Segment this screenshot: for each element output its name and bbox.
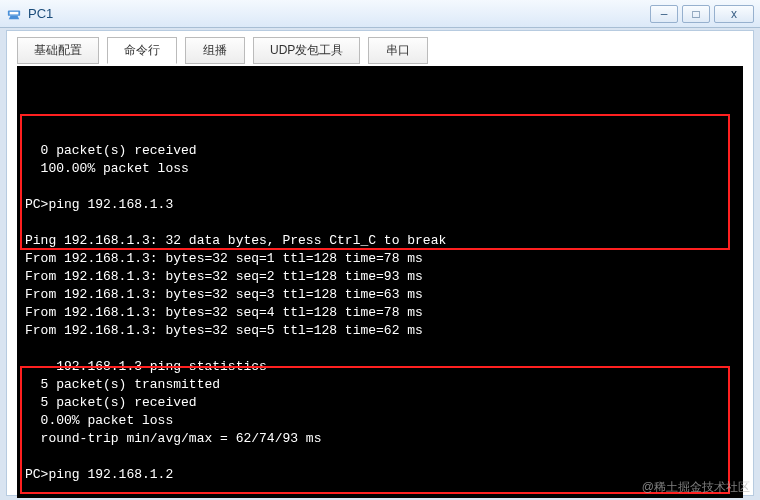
watermark: @稀土掘金技术社区 (642, 479, 750, 496)
terminal-line: 5 packet(s) received (25, 394, 735, 412)
content-area: 基础配置 命令行 组播 UDP发包工具 串口 0 packet(s) recei… (6, 30, 754, 496)
terminal-line: round-trip min/avg/max = 62/74/93 ms (25, 430, 735, 448)
terminal-output[interactable]: 0 packet(s) received 100.00% packet loss… (17, 66, 743, 498)
terminal-line: PC>ping 192.168.1.3 (25, 196, 735, 214)
terminal-line: PC>ping 192.168.1.2 (25, 466, 735, 484)
terminal-line (25, 214, 735, 232)
terminal-line: From 192.168.1.3: bytes=32 seq=1 ttl=128… (25, 250, 735, 268)
minimize-button[interactable]: – (650, 5, 678, 23)
window-titlebar: PC1 – □ x (0, 0, 760, 28)
tab-basic-config[interactable]: 基础配置 (17, 37, 99, 64)
terminal-line: 0 packet(s) received (25, 142, 735, 160)
terminal-line (25, 448, 735, 466)
tab-multicast[interactable]: 组播 (185, 37, 245, 64)
terminal-line (25, 178, 735, 196)
tab-serial[interactable]: 串口 (368, 37, 428, 64)
tab-udp-tool[interactable]: UDP发包工具 (253, 37, 360, 64)
terminal-line: From 192.168.1.3: bytes=32 seq=2 ttl=128… (25, 268, 735, 286)
window-buttons: – □ x (650, 5, 754, 23)
terminal-line (25, 340, 735, 358)
terminal-line: 5 packet(s) transmitted (25, 376, 735, 394)
app-icon (6, 6, 22, 22)
terminal-line: 0.00% packet loss (25, 412, 735, 430)
svg-rect-1 (10, 11, 19, 14)
tab-command-line[interactable]: 命令行 (107, 37, 177, 64)
window-title: PC1 (28, 6, 650, 21)
terminal-line: From 192.168.1.3: bytes=32 seq=4 ttl=128… (25, 304, 735, 322)
terminal-line (25, 484, 735, 498)
terminal-line: 100.00% packet loss (25, 160, 735, 178)
terminal-line: From 192.168.1.3: bytes=32 seq=3 ttl=128… (25, 286, 735, 304)
terminal-line: Ping 192.168.1.3: 32 data bytes, Press C… (25, 232, 735, 250)
tab-bar: 基础配置 命令行 组播 UDP发包工具 串口 (17, 37, 743, 64)
terminal-line: --- 192.168.1.3 ping statistics --- (25, 358, 735, 376)
close-button[interactable]: x (714, 5, 754, 23)
maximize-button[interactable]: □ (682, 5, 710, 23)
terminal-line: From 192.168.1.3: bytes=32 seq=5 ttl=128… (25, 322, 735, 340)
